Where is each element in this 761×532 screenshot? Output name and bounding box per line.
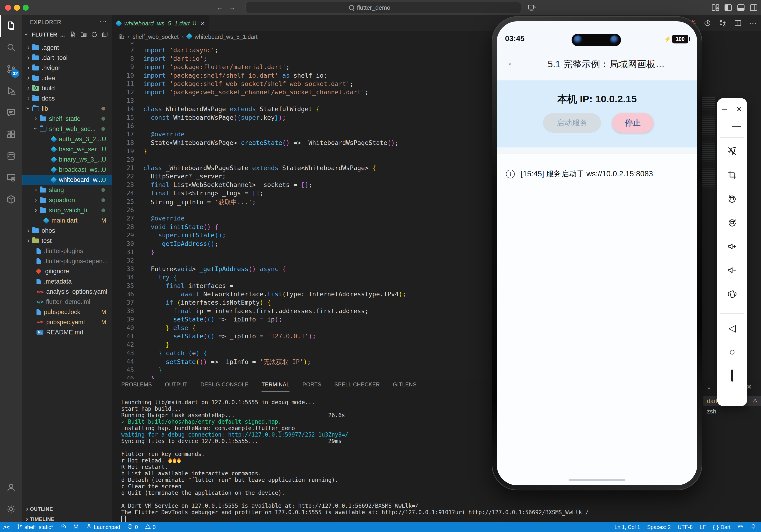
status-ln-1-col-1[interactable]: Ln 1, Col 1 bbox=[615, 524, 640, 530]
split-editor-icon[interactable] bbox=[733, 19, 742, 28]
command-center-search[interactable] bbox=[246, 2, 521, 13]
compare-icon[interactable] bbox=[718, 19, 727, 28]
tree-item--hvigor[interactable]: ›.hvigor bbox=[22, 63, 112, 73]
tree-item-shelf-static[interactable]: ›shelf_static bbox=[22, 114, 112, 124]
activity-search[interactable] bbox=[0, 37, 22, 59]
status-utf-8[interactable]: UTF-8 bbox=[677, 524, 693, 530]
close-icon[interactable]: × bbox=[201, 20, 205, 27]
collapse-folders-icon[interactable] bbox=[101, 31, 109, 39]
tree-item-shelf-web-soc-[interactable]: ›shelf_web_soc... bbox=[22, 124, 112, 134]
status-remote[interactable]: >< bbox=[3, 524, 10, 530]
close-window-button[interactable] bbox=[5, 5, 11, 11]
panel-tab-spell-checker[interactable]: SPELL CHECKER bbox=[334, 382, 380, 391]
breadcrumb-item[interactable]: shelf_web_socket bbox=[133, 33, 179, 40]
emulator-nav-recents-button[interactable] bbox=[717, 368, 747, 383]
status-copilot[interactable] bbox=[737, 523, 743, 531]
sidebar-more-icon[interactable]: ··· bbox=[99, 17, 106, 25]
activity-run-debug[interactable] bbox=[0, 81, 22, 102]
status-warning[interactable]: 0 bbox=[145, 523, 156, 531]
panel-tab-debug-console[interactable]: DEBUG CONSOLE bbox=[201, 382, 249, 391]
breadcrumb-item[interactable]: whiteboard_ws_5_1.dart bbox=[195, 33, 257, 40]
activity-source-control[interactable]: 32 bbox=[0, 59, 22, 81]
tree-item-broadcast-ws-[interactable]: broadcast_ws...U bbox=[22, 164, 112, 175]
start-service-button[interactable]: 启动服务 bbox=[543, 113, 601, 133]
more-icon[interactable]: ⋯ bbox=[748, 19, 758, 28]
activity-explorer[interactable] bbox=[0, 15, 22, 37]
emulator-shake-button[interactable] bbox=[717, 287, 747, 302]
tree-item-analysis-options-yaml[interactable]: YAMLanalysis_options.yaml bbox=[22, 287, 112, 297]
status-rocket[interactable]: Launchpad bbox=[86, 523, 120, 531]
back-arrow-icon[interactable]: ← bbox=[215, 2, 225, 13]
panel-dropdown-icon[interactable]: ⌄ bbox=[706, 383, 712, 390]
emulator-rotate-cw-button[interactable] bbox=[717, 216, 747, 231]
activity-settings[interactable] bbox=[0, 499, 22, 520]
activity-chat[interactable] bbox=[0, 102, 22, 124]
tree-item-main-dart[interactable]: main.dartM bbox=[22, 215, 112, 225]
tree-item-whiteboard-w-[interactable]: whiteboard_w...U bbox=[22, 175, 112, 185]
tree-item-slang[interactable]: ›slang bbox=[22, 185, 112, 195]
tree-item--gitignore[interactable]: .gitignore bbox=[22, 266, 112, 276]
panel-tab-gitlens[interactable]: GITLENS bbox=[393, 382, 417, 391]
tree-item-lib[interactable]: ›lib bbox=[22, 103, 112, 114]
status-cloud-up[interactable] bbox=[60, 523, 66, 531]
tab-whiteboard-ws-5-1-dart[interactable]: whiteboard_ws_5_1.dart U × bbox=[112, 15, 209, 31]
tree-item-pubspec-yaml[interactable]: YAMLpubspec.yamlM bbox=[22, 317, 112, 327]
device-mirror-icon[interactable] bbox=[527, 3, 536, 13]
panel-tab-output[interactable]: OUTPUT bbox=[165, 382, 188, 391]
emulator-nav-home-button[interactable]: ○ bbox=[717, 344, 747, 359]
tree-item--flutter-plugins[interactable]: .flutter-plugins bbox=[22, 246, 112, 256]
emulator-menu-button[interactable] bbox=[717, 116, 747, 131]
minimize-window-button[interactable] bbox=[14, 5, 20, 11]
layout-grid-icon[interactable] bbox=[711, 3, 720, 13]
status-lf[interactable]: LF bbox=[700, 524, 706, 530]
tree-item-README-md[interactable]: M↓README.md bbox=[22, 327, 112, 337]
status-error[interactable]: 0 bbox=[127, 523, 138, 531]
tree-item-docs[interactable]: ›docs bbox=[22, 93, 112, 103]
emulator-volume-down-button[interactable] bbox=[717, 264, 747, 278]
activity-remote[interactable] bbox=[0, 167, 22, 189]
tree-item-binary-ws-3-[interactable]: binary_ws_3_...U bbox=[22, 154, 112, 164]
emulator-nav-back-button[interactable]: ◁ bbox=[717, 321, 747, 335]
tree-item-auth-ws-3-2-[interactable]: auth_ws_3_2....U bbox=[22, 134, 112, 144]
activity-extensions[interactable] bbox=[0, 124, 22, 146]
emulator-volume-up-button[interactable] bbox=[717, 240, 747, 255]
zoom-window-button[interactable] bbox=[23, 5, 29, 11]
refresh-icon[interactable] bbox=[91, 31, 99, 39]
tree-item--flutter-plugins-depen-[interactable]: .flutter-plugins-depen... bbox=[22, 256, 112, 266]
status-sliders[interactable] bbox=[73, 523, 79, 531]
tree-item-basic-ws-ser-[interactable]: basic_ws_ser...U bbox=[22, 144, 112, 154]
new-folder-icon[interactable] bbox=[80, 31, 88, 39]
forward-arrow-icon[interactable]: → bbox=[227, 2, 237, 13]
toggle-panel-icon[interactable] bbox=[736, 3, 746, 13]
panel-tab-terminal[interactable]: TERMINAL bbox=[262, 382, 289, 391]
activity-database[interactable] bbox=[0, 146, 22, 167]
emulator-rotate-ccw-button[interactable] bbox=[717, 192, 747, 207]
activity-package[interactable] bbox=[0, 189, 22, 211]
app-back-button[interactable]: ← bbox=[507, 56, 517, 68]
project-header[interactable]: › FLUTTER_... bbox=[22, 30, 112, 40]
emulator-close-button[interactable]: × bbox=[736, 104, 742, 114]
tree-item--dart-tool[interactable]: ›.dart_tool bbox=[22, 53, 112, 63]
terminal-session-zsh[interactable]: zsh bbox=[703, 406, 761, 417]
tree-item--idea[interactable]: ›.idea bbox=[22, 73, 112, 83]
activity-account[interactable] bbox=[0, 477, 22, 499]
search-input[interactable] bbox=[357, 4, 418, 12]
tree-item-pubspec-lock[interactable]: pubspec.lockM bbox=[22, 307, 112, 317]
emulator-airplane-off-button[interactable] bbox=[717, 145, 747, 159]
toggle-sidebar-icon[interactable] bbox=[724, 3, 733, 13]
tree-item-squadron[interactable]: ›squadron bbox=[22, 195, 112, 205]
tree-item-test[interactable]: ›test bbox=[22, 236, 112, 246]
status-spaces-2[interactable]: Spaces: 2 bbox=[647, 524, 671, 530]
toggle-secondary-sidebar-icon[interactable] bbox=[749, 3, 758, 13]
panel-tab-ports[interactable]: PORTS bbox=[302, 382, 322, 391]
emulator-minimize-button[interactable]: − bbox=[722, 103, 728, 115]
stop-service-button[interactable]: 停止 bbox=[612, 113, 653, 133]
tree-item-flutter-demo-iml[interactable]: </>flutter_demo.iml bbox=[22, 297, 112, 307]
emulator-crop-button[interactable] bbox=[717, 168, 747, 183]
outline-section[interactable]: › OUTLINE bbox=[22, 504, 112, 514]
panel-tab-problems[interactable]: PROBLEMS bbox=[121, 382, 152, 391]
tree-item--agent[interactable]: ›.agent bbox=[22, 42, 112, 53]
tree-item-build[interactable]: ›⚙build bbox=[22, 83, 112, 93]
tree-item--metadata[interactable]: .metadata bbox=[22, 276, 112, 287]
tree-item-stop-watch-ti-[interactable]: ›stop_watch_ti... bbox=[22, 205, 112, 215]
